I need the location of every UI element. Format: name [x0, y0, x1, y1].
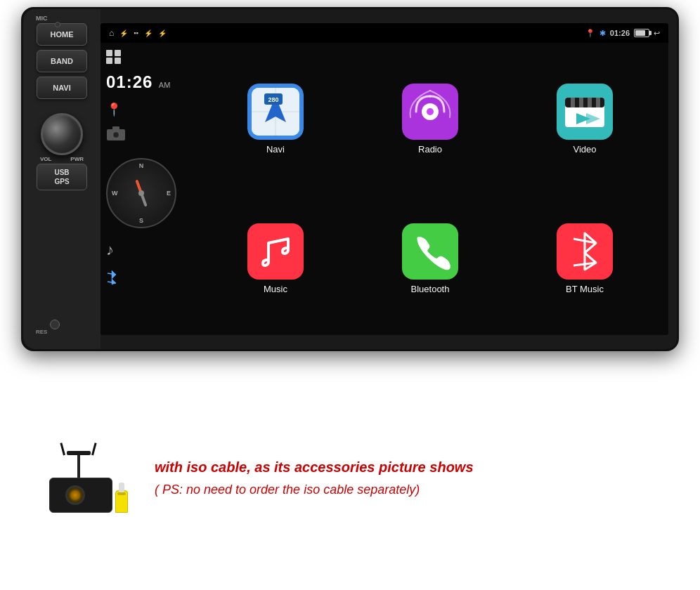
- compass-n-label: N: [139, 162, 144, 169]
- navi-label: Navi: [266, 144, 285, 155]
- camera-image: [42, 442, 134, 513]
- app-cell-bluetooth[interactable]: Bluetooth: [354, 190, 507, 328]
- compass-center: [138, 190, 144, 196]
- music-icon: [247, 223, 304, 280]
- volume-knob[interactable]: [41, 113, 83, 155]
- pwr-label: PWR: [70, 156, 84, 162]
- camera-body: [49, 478, 112, 513]
- battery-icon: [634, 29, 649, 37]
- app-cell-video[interactable]: Video: [508, 50, 661, 188]
- bluetooth-icon: [402, 223, 458, 280]
- status-left-icons: ⌂ ⚡ ▪▪ ⚡ ⚡: [109, 28, 167, 38]
- location-pin-icon: 📍: [585, 29, 595, 38]
- music-label: Music: [264, 284, 287, 294]
- compass-area: N S E W: [106, 158, 176, 228]
- camera-lens: [65, 485, 85, 505]
- vol-label: VOL: [40, 156, 51, 162]
- video-icon: [557, 84, 613, 140]
- compass: N S E W: [106, 158, 176, 228]
- usb2-icon: ⚡: [144, 29, 153, 37]
- svg-rect-17: [571, 98, 575, 107]
- rca-cable: [115, 490, 128, 513]
- location-icon: 📍: [106, 102, 186, 117]
- bottom-section: with iso cable, as its accessories pictu…: [21, 372, 679, 583]
- compass-w-label: W: [112, 190, 118, 197]
- bluetooth-status-icon: ✱: [599, 29, 606, 38]
- bluetooth-sidebar-icon: [106, 269, 186, 289]
- status-right-icons: 📍 ✱ 01:26 ↩: [585, 29, 660, 38]
- clock-ampm: AM: [159, 81, 171, 89]
- usb-gps-button[interactable]: USB GPS: [37, 164, 87, 190]
- btmusic-label: BT Music: [566, 284, 604, 294]
- sd-icon: ▪▪: [134, 29, 138, 37]
- left-panel: MIC HOME BAND NAVI VOL PWR USB GPS RES: [23, 9, 101, 349]
- promo-line2: ( PS: no need to order the iso cable sep…: [155, 480, 658, 499]
- promo-line1: with iso cable, as its accessories pictu…: [155, 457, 658, 478]
- compass-s-label: S: [139, 217, 143, 224]
- rca-connector: [115, 490, 128, 513]
- svg-point-13: [427, 108, 434, 115]
- volume-knob-area: VOL PWR: [37, 109, 87, 159]
- band-button[interactable]: BAND: [37, 50, 87, 72]
- app-cell-navi[interactable]: 280 Navi: [199, 50, 352, 188]
- time-display: 01:26 AM: [106, 72, 186, 92]
- clock-time: 01:26: [106, 72, 153, 91]
- app-cell-radio[interactable]: Radio: [354, 50, 507, 188]
- res-button[interactable]: [50, 320, 60, 329]
- svg-rect-21: [247, 223, 304, 280]
- screen-content: 01:26 AM 📍 N: [101, 43, 668, 335]
- screen-area: ⌂ ⚡ ▪▪ ⚡ ⚡ 📍 ✱ 01:26 ↩: [101, 23, 668, 335]
- svg-rect-22: [402, 223, 458, 280]
- app-grid: 280 Navi: [192, 43, 668, 335]
- music-note-icon: ♪: [106, 241, 186, 259]
- app-cell-btmusic[interactable]: BT Music: [508, 190, 661, 328]
- screen-sidebar: 01:26 AM 📍 N: [101, 43, 192, 335]
- apps-grid-icon[interactable]: [106, 50, 122, 64]
- video-label: Video: [573, 144, 596, 155]
- home-button[interactable]: HOME: [37, 23, 87, 46]
- home-icon: ⌂: [109, 28, 114, 38]
- svg-rect-20: [596, 98, 600, 107]
- radio-label: Radio: [418, 144, 442, 155]
- mic-label: MIC: [36, 15, 48, 22]
- stereo-unit: MIC HOME BAND NAVI VOL PWR USB GPS RES ⌂…: [21, 7, 679, 351]
- status-bar: ⌂ ⚡ ▪▪ ⚡ ⚡ 📍 ✱ 01:26 ↩: [101, 23, 668, 43]
- navi-icon: 280: [247, 84, 304, 140]
- res-label: RES: [36, 329, 47, 335]
- svg-text:280: 280: [268, 96, 278, 103]
- svg-rect-18: [579, 98, 583, 107]
- promo-text-section: with iso cable, as its accessories pictu…: [155, 457, 658, 499]
- bluetooth-label: Bluetooth: [411, 284, 450, 294]
- camera-icon: [106, 126, 186, 144]
- svg-point-2: [114, 133, 118, 137]
- svg-rect-19: [588, 98, 592, 107]
- radio-icon: [402, 84, 458, 140]
- back-icon[interactable]: ↩: [654, 29, 660, 38]
- navi-button[interactable]: NAVI: [37, 77, 87, 99]
- mic-dot: [55, 22, 60, 27]
- usb-icon: ⚡: [119, 29, 128, 37]
- time-display-status: 01:26: [610, 29, 630, 37]
- compass-e-label: E: [167, 190, 171, 197]
- btmusic-icon: [557, 223, 613, 280]
- usb3-icon: ⚡: [158, 29, 167, 37]
- svg-rect-3: [112, 126, 119, 130]
- app-cell-music[interactable]: Music: [199, 190, 352, 328]
